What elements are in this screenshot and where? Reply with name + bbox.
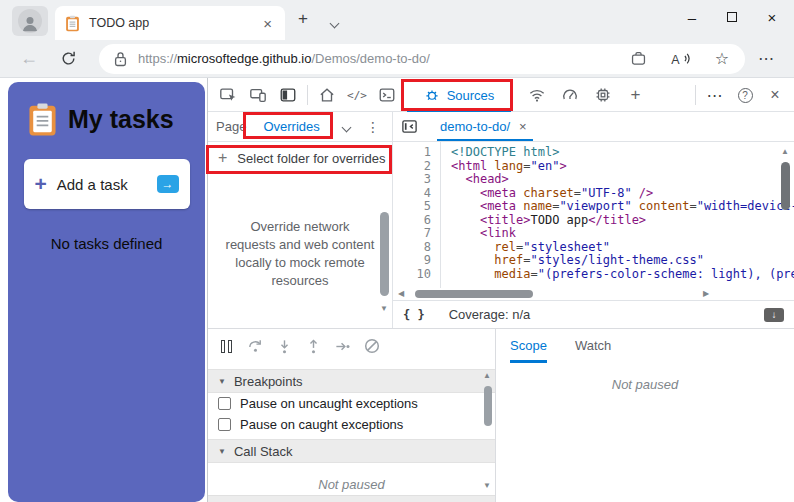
pause-script-button[interactable] — [212, 329, 241, 363]
more-tabs-chevron-icon[interactable] — [343, 119, 350, 134]
scroll-up-icon[interactable]: ▲ — [483, 371, 491, 380]
person-icon — [20, 13, 40, 33]
pause-icon — [221, 340, 232, 353]
editor-tab-strip: demo-to-do/ × — [393, 112, 794, 142]
tab-title: TODO app — [89, 16, 260, 30]
call-stack-section-header[interactable]: ▼ Call Stack — [208, 439, 495, 463]
deactivate-breakpoints-icon — [363, 337, 381, 355]
select-folder-label: Select folder for overrides — [237, 151, 385, 166]
sources-tab-label: Sources — [447, 88, 495, 103]
devtools-menu-button[interactable]: ⋯ — [700, 78, 730, 112]
app-title: My tasks — [68, 105, 174, 134]
back-button[interactable]: ← — [20, 48, 38, 69]
pause-uncaught-row[interactable]: Pause on uncaught exceptions — [208, 393, 495, 414]
file-tab-close-icon[interactable]: × — [519, 119, 527, 134]
page-content: My tasks + Add a task → No tasks defined — [0, 78, 794, 502]
plus-icon: + — [218, 149, 227, 167]
pause-caught-row[interactable]: Pause on caught exceptions — [208, 414, 495, 435]
url-host: microsoftedge.github.io — [177, 51, 311, 66]
url-field[interactable]: https://microsoftedge.github.io/Demos/de… — [99, 44, 745, 74]
toolbar-separator — [695, 85, 696, 105]
step-button[interactable] — [328, 329, 357, 363]
minimize-button[interactable]: – — [672, 0, 712, 34]
browser-tab[interactable]: TODO app × — [55, 6, 285, 40]
scroll-down-icon[interactable]: ▼ — [483, 481, 491, 490]
devtools-panel: </> Sources — [207, 78, 794, 502]
favorites-star-icon[interactable]: ☆ — [715, 49, 729, 68]
help-icon: ? — [738, 88, 753, 103]
toolbar-left-icons: </> — [213, 78, 402, 112]
empty-tasks-message: No tasks defined — [8, 235, 205, 252]
tab-close-icon[interactable]: × — [260, 15, 275, 32]
debugger-toolbar — [208, 329, 495, 363]
devtools-help-button[interactable]: ? — [730, 78, 760, 112]
bug-icon — [424, 87, 440, 103]
navigator-tab-page[interactable]: Page — [216, 119, 246, 134]
navigator-menu-icon[interactable]: ⋮ — [366, 119, 380, 135]
clipboard-icon — [28, 102, 57, 137]
scroll-left-icon[interactable]: ◀ — [398, 289, 404, 298]
memory-tab-button[interactable] — [586, 78, 619, 112]
step-over-button[interactable] — [241, 329, 270, 363]
horizontal-scrollbar-thumb[interactable] — [415, 290, 533, 298]
lock-icon[interactable] — [114, 51, 127, 67]
editor-pane: demo-to-do/ × 12345678910 <!DOCTYPE html… — [393, 112, 794, 328]
scroll-up-icon[interactable]: ▲ — [781, 147, 789, 156]
activity-bar-location-button[interactable] — [273, 78, 303, 112]
toggle-navigator-button[interactable] — [401, 118, 418, 135]
close-window-button[interactable]: × — [752, 0, 792, 34]
elements-tab-button[interactable]: </> — [342, 78, 372, 112]
select-folder-button[interactable]: + Select folder for overrides — [208, 142, 392, 174]
sources-navigator-pane: Page Overrides ⋮ + Select folder for ove… — [208, 112, 393, 328]
console-icon — [378, 86, 396, 104]
checkbox-uncaught[interactable] — [218, 397, 231, 410]
new-tab-button[interactable]: + — [298, 9, 308, 29]
editor-file-tab[interactable]: demo-to-do/ × — [440, 119, 527, 134]
read-aloud-icon[interactable]: A — [671, 51, 691, 67]
app-install-icon[interactable] — [630, 50, 647, 67]
breakpoints-section-header[interactable]: ▼ Breakpoints — [208, 369, 495, 393]
profile-avatar-button[interactable] — [12, 6, 48, 36]
deactivate-breakpoints-button[interactable] — [357, 329, 386, 363]
tab-sources[interactable]: Sources — [404, 78, 514, 112]
tab-scope[interactable]: Scope — [510, 329, 547, 363]
tab-list-chevron-icon[interactable] — [331, 13, 338, 31]
device-emulation-button[interactable] — [243, 78, 273, 112]
reload-button[interactable] — [60, 50, 77, 67]
debugger-scrollbar-thumb[interactable] — [484, 386, 492, 426]
step-into-button[interactable] — [270, 329, 299, 363]
scroll-right-icon[interactable]: ▶ — [703, 289, 709, 298]
checkbox-caught[interactable] — [218, 418, 231, 431]
breakpoints-header-label: Breakpoints — [234, 374, 303, 389]
inspect-element-button[interactable] — [213, 78, 243, 112]
active-file-underline — [437, 139, 533, 142]
editor-status-bar: { } Coverage: n/a ↓ — [393, 300, 794, 328]
maximize-icon — [727, 12, 737, 22]
browser-menu-icon[interactable]: ⋯ — [758, 49, 775, 68]
navigator-tab-overrides[interactable]: Overrides — [263, 119, 319, 134]
browser-window: TODO app × + – × ← https://microsoftedge… — [0, 0, 794, 502]
code-editor[interactable]: 12345678910 <!DOCTYPE html><html lang="e… — [393, 142, 794, 288]
console-tab-button[interactable] — [372, 78, 402, 112]
file-tab-label: demo-to-do/ — [440, 119, 510, 134]
performance-tab-button[interactable] — [553, 78, 586, 112]
download-icon[interactable]: ↓ — [764, 308, 784, 322]
network-tab-button[interactable] — [520, 78, 553, 112]
submit-arrow-button[interactable]: → — [157, 175, 179, 193]
address-bar: ← https://microsoftedge.github.io/Demos/… — [0, 40, 794, 78]
welcome-tab-button[interactable] — [312, 78, 342, 112]
scroll-down-icon[interactable]: ▼ — [380, 304, 388, 313]
next-section-strip — [208, 495, 495, 502]
add-task-button[interactable]: + Add a task → — [24, 159, 190, 209]
step-out-button[interactable] — [299, 329, 328, 363]
pretty-print-button[interactable]: { } — [403, 308, 425, 322]
editor-scrollbar-thumb[interactable] — [781, 162, 790, 210]
debugger-pane: ▼ Breakpoints Pause on uncaught exceptio… — [208, 329, 496, 502]
maximize-button[interactable] — [712, 0, 752, 34]
line-numbers: 12345678910 — [393, 142, 441, 288]
overrides-description: Override network requests and web conten… — [224, 218, 376, 290]
devtools-close-button[interactable]: × — [760, 78, 790, 112]
more-tools-button[interactable]: + — [619, 78, 652, 112]
navigator-scrollbar-thumb[interactable] — [380, 212, 389, 296]
tab-watch[interactable]: Watch — [575, 329, 611, 363]
